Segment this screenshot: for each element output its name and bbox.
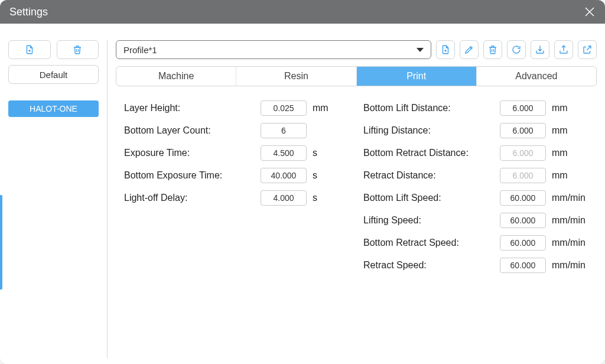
param-label: Lifting Distance: <box>363 125 500 136</box>
param-row: Bottom Lift Speed:mm/min <box>363 189 588 207</box>
param-input[interactable] <box>261 123 307 138</box>
profile-toolbar: Profile*1 <box>116 40 597 59</box>
param-unit: mm/min <box>546 193 588 203</box>
export-icon <box>558 44 569 55</box>
right-column: Bottom Lift Distance:mmLifting Distance:… <box>363 99 588 274</box>
param-input[interactable] <box>500 190 546 206</box>
param-row: Light-off Delay:s <box>124 189 349 207</box>
window-title: Settings <box>9 6 581 18</box>
param-row: Bottom Retract Distance:mm <box>363 144 588 162</box>
import-icon <box>535 44 545 55</box>
param-input <box>500 145 546 161</box>
param-input[interactable] <box>500 258 546 273</box>
profile-select[interactable]: Profile*1 <box>116 40 431 59</box>
param-row: Exposure Time:s <box>124 144 349 162</box>
param-row: Bottom Retract Speed:mm/min <box>363 234 588 252</box>
export-button[interactable] <box>554 40 573 59</box>
param-unit: mm/min <box>546 260 588 271</box>
left-column: Layer Height:mmBottom Layer Count:Exposu… <box>124 99 349 274</box>
param-label: Bottom Retract Distance: <box>363 148 500 158</box>
settings-window: Settings Default HALOT-ONE <box>0 0 605 364</box>
tab-advanced[interactable]: Advanced <box>477 67 596 86</box>
device-item[interactable]: HALOT-ONE <box>8 100 99 117</box>
param-label: Lifting Speed: <box>363 215 500 226</box>
tabs: Machine Resin Print Advanced <box>116 66 597 86</box>
external-link-icon <box>582 44 593 55</box>
profile-selected-label: Profile*1 <box>123 45 157 55</box>
import-button[interactable] <box>531 40 549 59</box>
add-profile-button[interactable] <box>8 40 51 59</box>
param-unit: s <box>307 170 349 181</box>
sidebar: Default HALOT-ONE <box>8 40 108 358</box>
delete-profile-button[interactable] <box>57 40 99 59</box>
trash-icon <box>487 44 498 55</box>
refresh-icon <box>511 44 522 55</box>
titlebar: Settings <box>0 0 605 24</box>
param-label: Bottom Lift Speed: <box>363 193 500 203</box>
param-input[interactable] <box>500 100 546 116</box>
params-area: Layer Height:mmBottom Layer Count:Exposu… <box>116 93 597 274</box>
new-file-button[interactable] <box>436 40 455 59</box>
param-unit: mm <box>546 170 588 181</box>
param-label: Bottom Layer Count: <box>124 125 261 136</box>
param-unit: mm <box>546 125 588 136</box>
param-row: Layer Height:mm <box>124 99 349 117</box>
param-label: Retract Distance: <box>363 170 500 181</box>
tab-machine[interactable]: Machine <box>116 67 236 86</box>
param-input[interactable] <box>261 145 307 161</box>
param-row: Retract Speed:mm/min <box>363 256 588 274</box>
param-input[interactable] <box>261 100 307 116</box>
device-label: HALOT-ONE <box>30 104 77 113</box>
tab-resin[interactable]: Resin <box>236 67 356 86</box>
tab-resin-label: Resin <box>284 71 308 82</box>
param-label: Layer Height: <box>124 103 261 113</box>
param-unit: mm <box>307 103 349 113</box>
param-label: Light-off Delay: <box>124 193 261 203</box>
param-input <box>500 168 546 183</box>
param-unit: mm <box>546 103 588 113</box>
param-input[interactable] <box>261 190 307 206</box>
close-button[interactable] <box>581 4 598 20</box>
param-unit: mm <box>546 148 588 158</box>
param-label: Bottom Retract Speed: <box>363 238 500 248</box>
pencil-icon <box>464 44 474 55</box>
file-plus-icon <box>24 44 35 55</box>
tab-advanced-label: Advanced <box>515 71 557 82</box>
trash-button[interactable] <box>483 40 502 59</box>
param-row: Lifting Distance:mm <box>363 122 588 139</box>
trash-icon <box>72 44 83 55</box>
param-unit: mm/min <box>546 238 588 248</box>
param-row: Bottom Lift Distance:mm <box>363 99 588 117</box>
share-button[interactable] <box>578 40 597 59</box>
tab-machine-label: Machine <box>158 71 194 82</box>
sidebar-top-buttons <box>8 40 99 59</box>
param-label: Exposure Time: <box>124 148 261 158</box>
param-input[interactable] <box>500 123 546 138</box>
default-label: Default <box>40 70 68 80</box>
param-label: Retract Speed: <box>363 260 500 271</box>
param-row: Lifting Speed:mm/min <box>363 212 588 229</box>
close-icon <box>584 6 595 17</box>
file-plus-icon <box>440 44 451 55</box>
main-panel: Profile*1 <box>116 40 597 358</box>
param-input[interactable] <box>261 168 307 183</box>
body: Default HALOT-ONE Profile*1 <box>0 24 605 364</box>
param-row: Retract Distance:mm <box>363 167 588 184</box>
tab-print-label: Print <box>406 71 426 82</box>
param-label: Bottom Lift Distance: <box>363 103 500 113</box>
refresh-button[interactable] <box>507 40 526 59</box>
chevron-down-icon <box>417 48 424 52</box>
param-unit: s <box>307 193 349 203</box>
param-input[interactable] <box>500 213 546 228</box>
tab-print[interactable]: Print <box>357 67 477 86</box>
param-label: Bottom Exposure Time: <box>124 170 261 181</box>
param-input[interactable] <box>500 235 546 251</box>
scrollbar-thumb[interactable] <box>0 195 2 290</box>
edit-button[interactable] <box>460 40 479 59</box>
param-row: Bottom Exposure Time:s <box>124 167 349 184</box>
param-unit: mm/min <box>546 215 588 226</box>
param-row: Bottom Layer Count: <box>124 122 349 139</box>
param-unit: s <box>307 148 349 158</box>
default-profile-button[interactable]: Default <box>8 65 99 84</box>
